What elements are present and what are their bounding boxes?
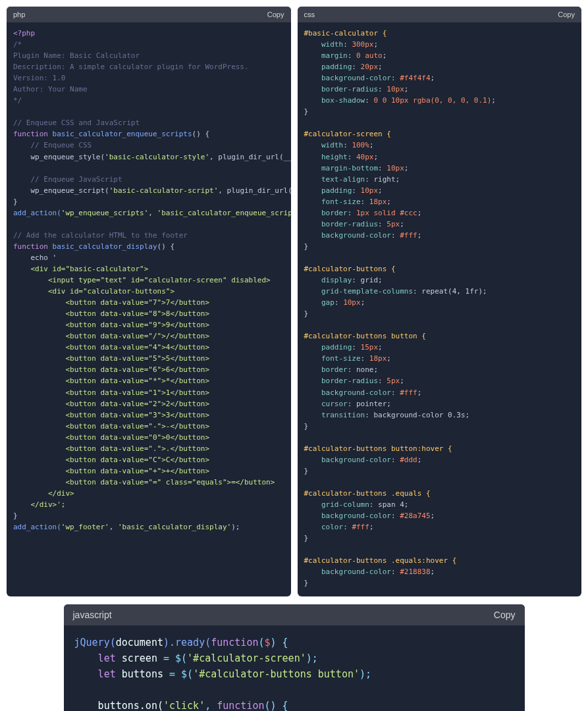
code-token: 'basic-calculator-script' [109,186,219,195]
code-token: wp_enqueue_script( [13,186,109,195]
code-token: background-color [321,74,391,82]
code-token: function [13,130,53,138]
code-token: 18px [369,198,387,206]
code-token: height [321,153,348,161]
code-token: $ [265,637,271,648]
code-token: let [74,652,122,664]
code-token: 5px [387,220,400,228]
code-line: } [13,198,18,206]
code-line: <button data-value="8">8</button> [13,309,209,318]
code-token: 'basic_calculator_enqueue_scripts' [157,209,291,217]
code-body-php[interactable]: <?php /* Plugin Name: Basic Calculator D… [7,22,291,596]
code-token: border-radius [321,220,378,228]
code-line: <button data-value="4">4</button> [13,343,209,352]
code-token: 0 0 10px rgba(0, 0, 0, 0.1) [373,96,491,105]
code-line: } [304,422,309,431]
code-header-css: css Copy [298,7,582,22]
code-line: #calculator-screen { [304,130,391,138]
code-token: , [148,209,157,217]
code-line: #basic-calculator { [304,29,387,38]
lang-label: css [304,11,315,18]
code-line: } [304,467,309,475]
code-token: , [205,700,217,711]
code-line: #calculator-buttons { [304,265,396,273]
code-line: <button data-value="C">C</button> [13,456,209,464]
code-line: <button data-value="7">7</button> [13,298,209,307]
code-token: background-color [321,512,391,520]
code-line: <button data-value="9">9</button> [13,321,209,329]
code-token: 'wp_footer' [61,523,109,531]
code-token: #fff [400,388,417,397]
code-token: 10px [387,85,404,93]
copy-button[interactable]: Copy [558,11,575,18]
code-line: // Enqueue JavaScript [13,175,122,184]
code-token: repeat(4, 1fr) [421,287,483,296]
code-line: <input type="text" id="calculator-screen… [13,276,271,284]
code-token: basic_calculator_enqueue_scripts [53,130,192,138]
code-token: () { [265,700,288,711]
code-token: screen [122,652,157,664]
code-token: = $( [163,668,193,680]
code-line: <button data-value="=" class="equals">=<… [13,478,275,487]
code-line: } [304,579,309,587]
code-token: add_action( [13,523,61,531]
code-line: echo ' [13,253,57,262]
code-line: </div> [13,489,74,498]
code-line: } [304,242,309,251]
code-line: <button data-value="/">/</button> [13,332,209,340]
code-line: } [304,534,309,542]
code-token: ); [231,523,240,531]
code-line: <button data-value="3">3</button> [13,411,209,419]
code-block-javascript: javascript Copy jQuery(document).ready(f… [64,604,525,711]
code-line: // Enqueue CSS and JavaScript [13,118,140,127]
code-line: <button data-value="2">2</button> [13,400,209,408]
code-token: display [321,276,352,284]
code-token: border-radius [321,377,378,385]
code-token: ); [306,652,318,664]
copy-button[interactable]: Copy [494,610,516,620]
code-token: right [373,175,395,184]
code-line: // Add the calculator HTML to the footer [13,231,188,240]
code-line: <button data-value="-">-</button> [13,422,209,431]
code-header-js: javascript Copy [64,604,525,625]
code-token: function [13,242,53,251]
code-line: /* [13,40,22,49]
code-line: </div>'; [13,500,65,509]
code-token: '#calculator-buttons button' [193,668,360,680]
code-line: #calculator-buttons .equals { [304,489,431,498]
code-body-css[interactable]: #basic-calculator { width: 300px; margin… [298,22,582,596]
code-token: 'basic_calculator_display' [118,523,231,531]
code-token: #218838 [400,567,430,576]
code-line: Plugin Name: Basic Calculator [13,51,140,60]
code-token: background-color [321,388,391,397]
code-token: ( [258,637,264,648]
code-token: #ddd [400,456,417,464]
code-line: <div id="basic-calculator"> [13,265,148,273]
code-token: none [356,365,374,374]
code-token: width [321,40,343,49]
code-token: basic_calculator_display [53,242,157,251]
code-token: margin [321,51,348,60]
code-token: 10px [343,298,361,307]
code-token: 10px [361,186,379,195]
code-token: 20px [361,63,379,71]
code-token: () { [157,242,175,251]
code-line: Author: Your Name [13,85,88,93]
code-line: #calculator-buttons button:hover { [304,444,452,453]
code-token: , plugin_dir_url(__FILE__) . [218,186,290,195]
code-token: buttons [122,668,163,680]
copy-button[interactable]: Copy [267,11,284,18]
code-line: Version: 1.0 [13,74,65,82]
code-token: add_action( [13,209,61,217]
code-token: padding [321,186,352,195]
code-token: padding [321,63,352,71]
code-body-js[interactable]: jQuery(document).ready(function($) { let… [64,625,525,711]
code-line: } [304,309,309,318]
code-token: buttons.on( [74,700,163,711]
code-token: cursor [321,400,348,408]
code-token: pointer [356,400,387,408]
code-token: padding [321,343,352,352]
code-line: #calculator-buttons .equals:hover { [304,556,457,565]
code-token: jQuery( [74,637,116,648]
code-token: margin-bottom [321,164,378,172]
